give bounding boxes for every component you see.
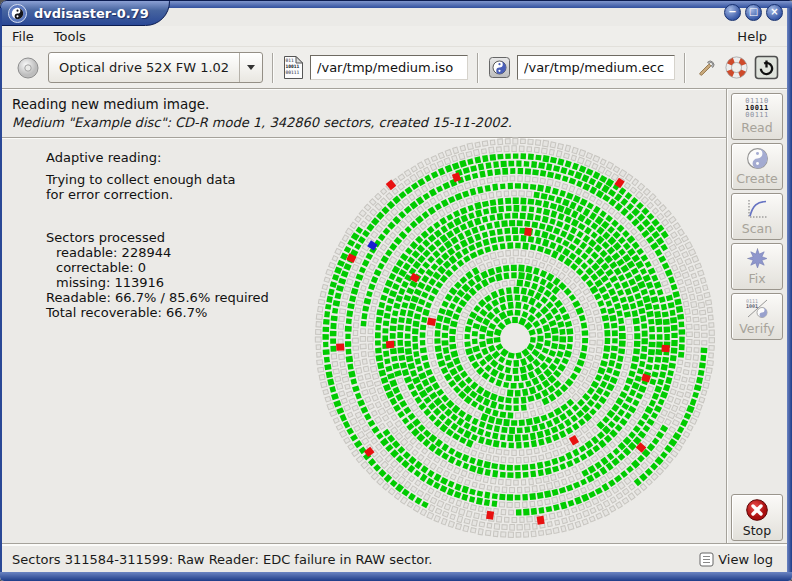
disc-sector-spiral	[307, 133, 723, 543]
iso-image-icon: 011 10011 00111	[283, 55, 304, 80]
stop-button[interactable]: Stop	[731, 494, 783, 541]
read-button[interactable]: 011101001100111 Read	[731, 93, 783, 140]
ecc-file-icon	[488, 56, 511, 79]
binary-verify-icon: 0111 1001	[745, 297, 770, 320]
adaptive-reading-desc1: Trying to collect enough data	[46, 172, 326, 187]
dvdisaster-window: dvdisaster-0.79 − □ × File Tools Help Op…	[0, 0, 792, 581]
status-header: Reading new medium image. Medium "Exampl…	[2, 89, 787, 138]
svg-text:10011: 10011	[286, 64, 300, 69]
yinyang-create-icon	[746, 147, 769, 170]
status-header-line1: Reading new medium image.	[12, 96, 777, 112]
adaptive-reading-desc2: for error correction.	[46, 187, 326, 202]
adaptive-reading-title: Adaptive reading:	[46, 150, 326, 165]
read-button-label: Read	[741, 120, 772, 135]
sectors-missing: missing: 113916	[46, 275, 326, 290]
drive-select-value: Optical drive 52X FW 1.02	[49, 53, 239, 82]
svg-text:1001: 1001	[746, 303, 758, 309]
readable-percentage: Readable: 66.7% / 85.6% required	[46, 290, 326, 305]
sectors-readable: readable: 228944	[46, 245, 326, 260]
cd-drive-icon	[16, 56, 40, 80]
toolbar: Optical drive 52X FW 1.02 011 10011 0011…	[2, 47, 787, 89]
menu-help[interactable]: Help	[737, 29, 767, 44]
log-list-icon	[699, 552, 714, 567]
fix-button-label: Fix	[748, 271, 765, 286]
create-button-label: Create	[736, 171, 778, 186]
splat-fix-icon	[746, 247, 769, 270]
svg-text:011: 011	[286, 58, 295, 63]
scan-button[interactable]: Scan	[731, 193, 783, 240]
menu-file[interactable]: File	[12, 29, 34, 44]
statusbar: Sectors 311584-311599: Raw Reader: EDC f…	[2, 545, 787, 572]
stop-x-icon	[745, 498, 769, 522]
toolbar-separator	[477, 53, 479, 83]
close-button[interactable]: ×	[766, 4, 783, 21]
window-right-border	[787, 8, 792, 572]
iso-file-input[interactable]	[310, 55, 468, 80]
quit-power-icon[interactable]	[754, 55, 779, 80]
toolbar-separator	[272, 53, 274, 83]
titlebar[interactable]: dvdisaster-0.79	[0, 0, 170, 26]
drive-select-dropdown[interactable]: Optical drive 52X FW 1.02	[48, 52, 263, 83]
view-log-button[interactable]: View log	[695, 550, 777, 569]
menu-tools[interactable]: Tools	[54, 29, 86, 44]
window-bottom-border	[0, 572, 792, 581]
toolbar-separator	[684, 53, 686, 83]
verify-button-label: Verify	[739, 321, 774, 336]
window-title: dvdisaster-0.79	[34, 6, 149, 21]
preferences-wrench-icon[interactable]	[695, 56, 719, 80]
status-header-line2: Medium "Example disc": CD-R mode 1, 3428…	[12, 115, 777, 130]
chevron-down-icon	[239, 53, 262, 82]
verify-button[interactable]: 0111 1001 Verify	[731, 293, 783, 340]
adaptive-reading-panel: Adaptive reading: Trying to collect enou…	[46, 150, 326, 320]
fix-button[interactable]: Fix	[731, 243, 783, 290]
app-logo-yinyang-icon	[8, 4, 27, 23]
sectors-correctable: correctable: 0	[46, 260, 326, 275]
curve-scan-icon	[745, 198, 770, 220]
sidebar: 011101001100111 Read Create Scan	[726, 89, 787, 543]
stop-button-label: Stop	[743, 523, 771, 538]
scan-button-label: Scan	[742, 221, 772, 236]
window-controls: − □ ×	[724, 4, 783, 21]
statusbar-message: Sectors 311584-311599: Raw Reader: EDC f…	[12, 552, 432, 567]
maximize-button[interactable]: □	[745, 4, 762, 21]
help-lifebelt-icon[interactable]	[725, 56, 748, 79]
create-button[interactable]: Create	[731, 143, 783, 190]
menubar: File Tools Help	[2, 26, 787, 47]
minimize-button[interactable]: −	[724, 4, 741, 21]
svg-text:00111: 00111	[286, 70, 300, 75]
total-recoverable: Total recoverable: 66.7%	[46, 305, 326, 320]
disc-visualization-area	[307, 133, 723, 547]
ecc-file-input[interactable]	[517, 55, 675, 80]
sectors-processed-title: Sectors processed	[46, 230, 326, 245]
binary-read-icon: 011101001100111	[745, 98, 769, 119]
view-log-label: View log	[718, 552, 773, 567]
